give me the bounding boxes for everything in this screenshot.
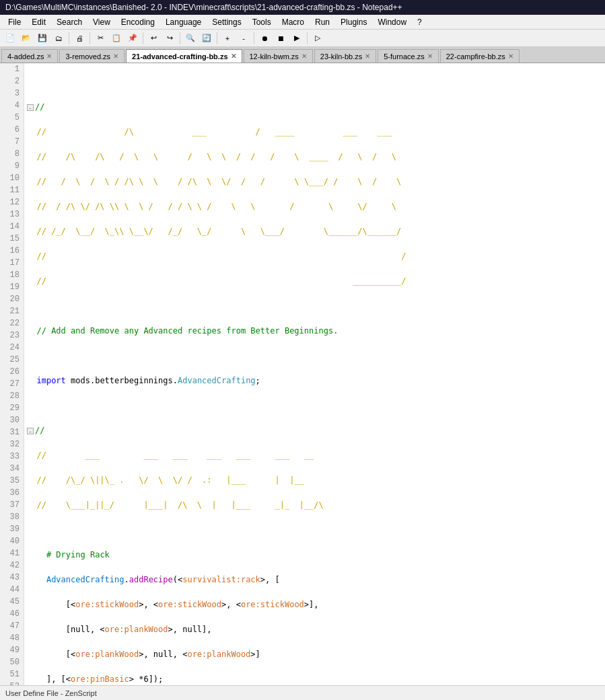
- new-button[interactable]: 📄: [3, 31, 17, 46]
- code-line: // \___|_||_/ |___| /\ \ | |___ _|_ |__/…: [27, 499, 602, 511]
- run-button[interactable]: ▷: [310, 31, 325, 46]
- save-button[interactable]: 💾: [35, 31, 50, 46]
- code-line: AdvancedCrafting.addRecipe(<survivalist:…: [27, 574, 602, 586]
- zoom-out-button[interactable]: -: [236, 31, 251, 46]
- code-line: // / \ / \ / /\ \ \ / /\ \ \/ / / \ \___…: [27, 176, 602, 188]
- menu-edit[interactable]: Edit: [26, 16, 51, 28]
- line-num: 8: [4, 148, 20, 160]
- line-num: 33: [4, 451, 20, 463]
- title-text: D:\Games\MultiMC\instances\Banished- 2.0…: [5, 3, 402, 12]
- line-num: 3: [4, 87, 20, 100]
- line-num: 35: [4, 475, 20, 487]
- tab-close-icon[interactable]: ✕: [113, 52, 118, 60]
- line-num: 18: [4, 269, 20, 281]
- tab-21-advanced[interactable]: 21-advanced-crafting-bb.zs ✕: [126, 49, 242, 63]
- menu-encoding[interactable]: Encoding: [116, 16, 160, 28]
- menu-plugins[interactable]: Plugins: [335, 16, 372, 28]
- open-button[interactable]: 📂: [19, 31, 34, 46]
- tab-close-icon[interactable]: ✕: [365, 52, 370, 60]
- line-num: 10: [4, 172, 20, 184]
- save-all-button[interactable]: 🗂: [51, 31, 66, 46]
- fold-marker-15[interactable]: -: [27, 428, 34, 434]
- redo-button[interactable]: ↪: [162, 31, 177, 46]
- line-num: 14: [4, 221, 20, 233]
- menu-file[interactable]: File: [3, 16, 26, 28]
- code-line: [27, 76, 602, 88]
- paste-button[interactable]: 📌: [125, 31, 140, 46]
- code-line: [<ore:stickWood>, <ore:stickWood>, <ore:…: [27, 598, 602, 611]
- fold-marker-2[interactable]: -: [27, 104, 34, 111]
- line-num: 23: [4, 329, 20, 342]
- cut-button[interactable]: ✂: [93, 31, 108, 46]
- line-num: 45: [4, 596, 20, 608]
- toolbar-sep-4: [180, 32, 180, 44]
- undo-button[interactable]: ↩: [146, 31, 161, 46]
- line-num: 25: [4, 354, 20, 366]
- line-num: 51: [4, 668, 20, 680]
- menu-run[interactable]: Run: [310, 16, 335, 28]
- line-num: 44: [4, 584, 20, 596]
- status-bar: User Define File - ZenScript: [0, 685, 605, 700]
- line-num: 6: [4, 124, 20, 136]
- toolbar-sep-7: [307, 32, 308, 44]
- line-num: 30: [4, 414, 20, 426]
- code-line: -//: [27, 424, 602, 436]
- find-button[interactable]: 🔍: [183, 31, 198, 46]
- line-num: 48: [4, 632, 20, 644]
- tab-label: 23-kiln-bb.zs: [320, 52, 362, 61]
- status-text: User Define File - ZenScript: [5, 689, 97, 697]
- line-num: 5: [4, 112, 20, 124]
- line-num: 24: [4, 342, 20, 354]
- tab-label: 5-furnace.zs: [384, 52, 425, 61]
- tab-5-furnace[interactable]: 5-furnace.zs ✕: [378, 49, 439, 63]
- macro-play-button[interactable]: ▶: [289, 31, 304, 46]
- tab-close-icon[interactable]: ✕: [301, 52, 307, 60]
- tab-12-kiln[interactable]: 12-kiln-bwm.zs ✕: [244, 49, 313, 63]
- toolbar-sep-3: [143, 32, 143, 44]
- tab-23-kiln[interactable]: 23-kiln-bb.zs ✕: [314, 49, 376, 63]
- line-num: 20: [4, 293, 20, 305]
- macro-stop-button[interactable]: ⏹: [273, 31, 288, 46]
- line-num: 11: [4, 184, 20, 196]
- tab-22-campfire[interactable]: 22-campfire-bb.zs ✕: [440, 49, 520, 63]
- print-button[interactable]: 🖨: [72, 31, 87, 46]
- menu-search[interactable]: Search: [51, 16, 87, 28]
- line-num: 28: [4, 390, 20, 402]
- menu-macro[interactable]: Macro: [277, 16, 310, 28]
- replace-button[interactable]: 🔄: [199, 31, 214, 46]
- code-area[interactable]: -// // /\ ___ / ____ ___ ___ // /\ /\ / …: [24, 63, 605, 685]
- menu-bar: File Edit Search View Encoding Language …: [0, 15, 605, 30]
- toolbar: 📄 📂 💾 🗂 🖨 ✂ 📋 📌 ↩ ↪ 🔍 🔄 + - ⏺ ⏹ ▶ ▷: [0, 30, 605, 47]
- macro-record-button[interactable]: ⏺: [257, 31, 272, 46]
- menu-settings[interactable]: Settings: [207, 16, 246, 28]
- tab-4-added[interactable]: 4-added.zs ✕: [1, 49, 58, 63]
- line-num: 49: [4, 644, 20, 656]
- tab-close-icon[interactable]: ✕: [231, 52, 236, 60]
- code-line: // / /\ \/ /\ \\ \ \ / / / \ \ / \ \ / \…: [27, 200, 602, 212]
- line-num: 52: [4, 680, 20, 685]
- line-num: 42: [4, 559, 20, 572]
- menu-tools[interactable]: Tools: [247, 16, 277, 28]
- tab-label: 12-kiln-bwm.zs: [250, 52, 299, 61]
- line-num: 43: [4, 572, 20, 584]
- code-line: // /\_/ \||\_ . \/ \ \/ / .: |___ | |__: [27, 474, 602, 486]
- line-num: 15: [4, 233, 20, 245]
- menu-window[interactable]: Window: [372, 16, 412, 28]
- code-line: # Drying Rack: [27, 549, 602, 561]
- menu-language[interactable]: Language: [160, 16, 207, 28]
- zoom-in-button[interactable]: +: [220, 31, 235, 46]
- line-num: 40: [4, 535, 20, 547]
- tab-close-icon[interactable]: ✕: [46, 52, 52, 60]
- line-num: 21: [4, 305, 20, 317]
- tab-close-icon[interactable]: ✕: [508, 52, 513, 60]
- line-num: 36: [4, 487, 20, 499]
- tab-close-icon[interactable]: ✕: [427, 52, 433, 60]
- copy-button[interactable]: 📋: [109, 31, 124, 46]
- menu-help[interactable]: ?: [412, 16, 427, 28]
- line-num: 1: [4, 63, 20, 75]
- menu-view[interactable]: View: [87, 16, 116, 28]
- title-bar: D:\Games\MultiMC\instances\Banished- 2.0…: [0, 0, 605, 15]
- line-num: 13: [4, 208, 20, 221]
- tab-3-removed[interactable]: 3-removed.zs ✕: [59, 49, 124, 63]
- tab-label: 22-campfire-bb.zs: [446, 52, 505, 61]
